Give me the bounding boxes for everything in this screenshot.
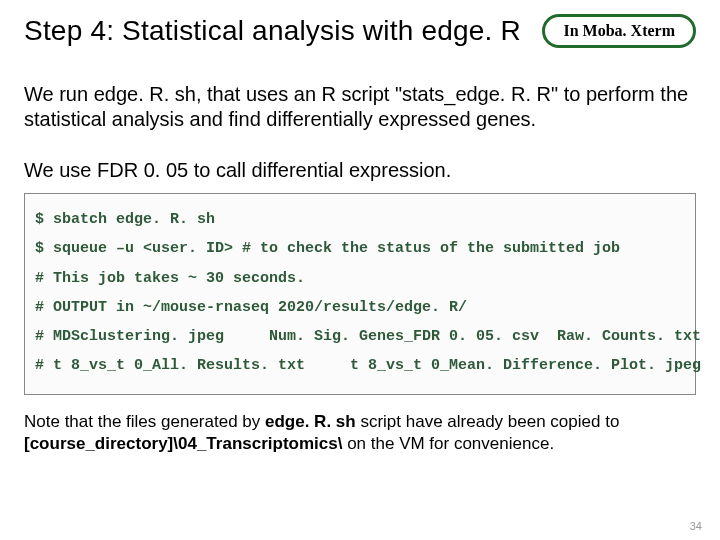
footnote-bold: [course_directory]\04_Transcriptomics\	[24, 434, 342, 453]
fdr-paragraph: We use FDR 0. 05 to call differential ex…	[24, 158, 696, 183]
code-line: # OUTPUT in ~/mouse-rnaseq 2020/results/…	[35, 296, 685, 319]
code-block: $ sbatch edge. R. sh $ squeue –u <user. …	[24, 193, 696, 395]
footnote-text: Note that the files generated by	[24, 412, 265, 431]
slide-title: Step 4: Statistical analysis with edge. …	[24, 15, 521, 47]
slide: Step 4: Statistical analysis with edge. …	[0, 0, 720, 540]
code-line: # t 8_vs_t 0_All. Results. txt t 8_vs_t …	[35, 354, 685, 377]
intro-paragraph: We run edge. R. sh, that uses an R scrip…	[24, 82, 696, 132]
footnote: Note that the files generated by edge. R…	[24, 411, 696, 455]
header: Step 4: Statistical analysis with edge. …	[24, 14, 696, 48]
footnote-text: script have already been copied to	[356, 412, 620, 431]
page-number: 34	[690, 520, 702, 532]
footnote-text: on the VM for convenience.	[342, 434, 554, 453]
environment-badge: In Moba. Xterm	[542, 14, 696, 48]
code-line: # This job takes ~ 30 seconds.	[35, 267, 685, 290]
code-line: # MDSclustering. jpeg Num. Sig. Genes_FD…	[35, 325, 685, 348]
footnote-bold: edge. R. sh	[265, 412, 356, 431]
code-line: $ sbatch edge. R. sh	[35, 208, 685, 231]
code-line: $ squeue –u <user. ID> # to check the st…	[35, 237, 685, 260]
